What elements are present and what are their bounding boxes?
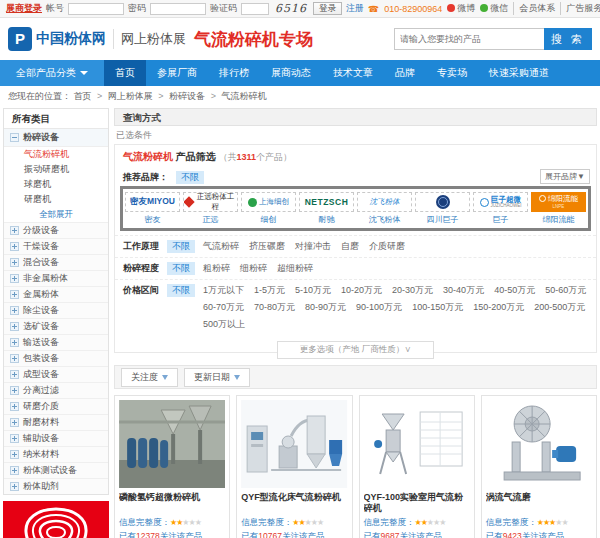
degree-option[interactable]: 超细粉碎 — [277, 262, 313, 275]
brand-label[interactable]: 四川巨子 — [415, 214, 470, 225]
breadcrumb-expo[interactable]: 网上粉体展 — [108, 91, 153, 101]
minus-icon[interactable] — [10, 133, 19, 142]
plus-icon[interactable] — [10, 434, 19, 443]
product-image[interactable] — [364, 400, 470, 488]
category-separation[interactable]: 分离过滤 — [4, 382, 108, 398]
password-input[interactable] — [150, 3, 206, 15]
nav-item-home[interactable]: 首页 — [104, 60, 146, 86]
category-forming[interactable]: 成型设备 — [4, 366, 108, 382]
brand-mianyang-liuneng[interactable]: 绵阳流能LNPE 绵阳流能 — [531, 192, 586, 225]
plus-icon[interactable] — [10, 274, 19, 283]
price-option[interactable]: 10-20万元 — [341, 284, 382, 297]
attention-link[interactable]: 已有9687关注该产品 — [364, 531, 470, 538]
category-nano-materials[interactable]: 纳米材料 — [4, 446, 108, 462]
category-classifying[interactable]: 分级设备 — [4, 222, 108, 238]
category-grinding-media[interactable]: 研磨介质 — [4, 398, 108, 414]
price-option[interactable]: 50-60万元 — [545, 284, 586, 297]
login-button[interactable]: 登录 — [313, 2, 342, 15]
plus-icon[interactable] — [10, 450, 19, 459]
degree-unlimited-chip[interactable]: 不限 — [167, 262, 195, 275]
principle-unlimited-chip[interactable]: 不限 — [167, 240, 195, 253]
attention-link[interactable]: 已有9423关注该产品 — [486, 531, 592, 538]
nav-item-stores[interactable]: 专卖场 — [426, 60, 478, 86]
plus-icon[interactable] — [10, 418, 19, 427]
breadcrumb-home[interactable]: 首页 — [74, 91, 92, 101]
price-option[interactable]: 500万以上 — [203, 318, 245, 331]
product-image[interactable] — [241, 400, 347, 488]
product-title[interactable]: 磷酸氢钙超微粉碎机 — [119, 492, 225, 514]
brand-xichuang[interactable]: 上海细创 细创 — [241, 192, 296, 225]
search-input[interactable] — [394, 28, 544, 50]
category-metal-powder[interactable]: 金属粉体 — [4, 286, 108, 302]
sort-by-update-button[interactable]: 更新日期 — [184, 368, 250, 387]
category-mixing[interactable]: 混合设备 — [4, 254, 108, 270]
price-unlimited-chip[interactable]: 不限 — [167, 284, 195, 297]
price-option[interactable]: 100-150万元 — [412, 301, 463, 314]
captcha-image[interactable]: 6516 — [273, 2, 309, 15]
plus-icon[interactable] — [10, 354, 19, 363]
price-option[interactable]: 40-50万元 — [494, 284, 535, 297]
price-option[interactable]: 80-90万元 — [305, 301, 346, 314]
plus-icon[interactable] — [10, 338, 19, 347]
ad-banner[interactable] — [3, 501, 109, 538]
nav-item-brands[interactable]: 品牌 — [384, 60, 426, 86]
wechat-link[interactable]: 微信 — [480, 2, 508, 15]
brand-label[interactable]: 密友 — [125, 214, 180, 225]
category-wear-resistant[interactable]: 耐磨材料 — [4, 414, 108, 430]
brand-shenfei[interactable]: 沈飞粉体 沈飞粉体 — [357, 192, 412, 225]
nav-item-ranking[interactable]: 排行榜 — [208, 60, 260, 86]
exhibitor-login-link[interactable]: 展商登录 — [6, 2, 42, 15]
category-powder-additives[interactable]: 粉体助剂 — [4, 478, 108, 494]
principle-option[interactable]: 挤压碾磨 — [249, 240, 285, 253]
nav-item-news[interactable]: 展商动态 — [260, 60, 322, 86]
category-drying[interactable]: 干燥设备 — [4, 238, 108, 254]
sort-by-attention-button[interactable]: 关注度 — [121, 368, 178, 387]
brand-sichuan-juzi[interactable]: 四川巨子 — [415, 192, 470, 225]
category-packaging[interactable]: 包装设备 — [4, 350, 108, 366]
price-option[interactable]: 20-30万元 — [392, 284, 433, 297]
price-option[interactable]: 90-100万元 — [356, 301, 402, 314]
price-option[interactable]: 200-500万元 — [534, 301, 585, 314]
degree-option[interactable]: 粗粉碎 — [203, 262, 230, 275]
product-title[interactable]: 涡流气流磨 — [486, 492, 592, 514]
product-image[interactable] — [486, 400, 592, 488]
attention-link[interactable]: 已有12378关注该产品 — [119, 531, 225, 538]
price-option[interactable]: 150-200万元 — [473, 301, 524, 314]
plus-icon[interactable] — [10, 322, 19, 331]
price-option[interactable]: 1万元以下 — [203, 284, 244, 297]
weibo-link[interactable]: 微博 — [447, 2, 475, 15]
price-option[interactable]: 5-10万元 — [295, 284, 331, 297]
captcha-input[interactable] — [241, 3, 269, 15]
price-option[interactable]: 1-5万元 — [254, 284, 285, 297]
plus-icon[interactable] — [10, 290, 19, 299]
more-options-button[interactable]: 更多选项（产地 厂商性质）∨ — [277, 341, 434, 359]
register-link[interactable]: 注册 — [346, 2, 364, 15]
attention-link[interactable]: 已有10767关注该产品 — [241, 531, 347, 538]
brand-label[interactable]: 正远 — [183, 214, 238, 225]
category-crushing-equipment[interactable]: 粉碎设备 — [4, 129, 108, 147]
ad-service-link[interactable]: 广告服务 — [560, 2, 600, 15]
plus-icon[interactable] — [10, 482, 19, 491]
breadcrumb-category[interactable]: 粉碎设备 — [169, 91, 205, 101]
plus-icon[interactable] — [10, 386, 19, 395]
brand-label[interactable]: 耐驰 — [299, 214, 354, 225]
brand-label[interactable]: 绵阳流能 — [531, 214, 586, 225]
plus-icon[interactable] — [10, 258, 19, 267]
price-option[interactable]: 30-40万元 — [443, 284, 484, 297]
degree-option[interactable]: 细粉碎 — [240, 262, 267, 275]
brand-zhengyuan[interactable]: 正远粉体工程 正远 — [183, 192, 238, 225]
plus-icon[interactable] — [10, 402, 19, 411]
price-option[interactable]: 60-70万元 — [203, 301, 244, 314]
plus-icon[interactable] — [10, 242, 19, 251]
expand-brands-button[interactable]: 展开品牌▼ — [540, 169, 590, 184]
all-categories-menu[interactable]: 全部产品分类 — [0, 60, 104, 86]
subcategory-jet-mill[interactable]: 气流粉碎机 — [4, 147, 108, 162]
brand-netzsch[interactable]: NETZSCH 耐驰 — [299, 192, 354, 225]
principle-option[interactable]: 对撞冲击 — [295, 240, 331, 253]
principle-option[interactable]: 气流粉碎 — [203, 240, 239, 253]
subcategory-grinder[interactable]: 研磨机 — [4, 192, 108, 207]
site-logo[interactable]: P 中国粉体网 — [8, 27, 106, 51]
category-powder-testing[interactable]: 粉体测试设备 — [4, 462, 108, 478]
search-button[interactable]: 搜 索 — [544, 28, 592, 50]
product-image[interactable] — [119, 400, 225, 488]
